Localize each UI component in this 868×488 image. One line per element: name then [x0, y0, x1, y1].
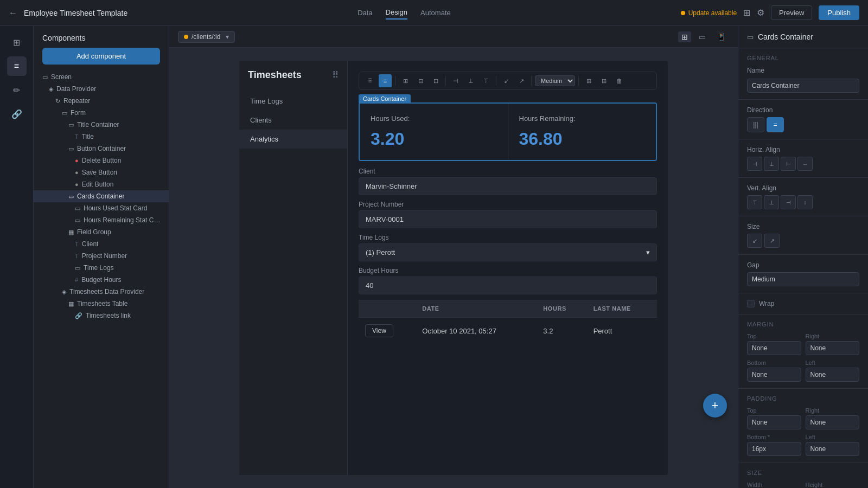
tree-item-screen[interactable]: ▭ Screen [34, 71, 169, 83]
name-input[interactable] [747, 79, 859, 93]
tree-item-field-group[interactable]: ▦ Field Group [34, 226, 169, 238]
back-button[interactable]: ← [9, 8, 17, 18]
device-icons: ⊞ ▭ 📱 [678, 31, 729, 42]
valign-top[interactable]: ⊤ [747, 195, 762, 209]
page-nav-timelogs[interactable]: Time Logs [239, 92, 347, 111]
tree-item-ts-table[interactable]: ▦ Timesheets Table [34, 298, 169, 310]
nav-data[interactable]: Data [358, 7, 372, 19]
toolbar-copy-icon[interactable]: ⊞ [582, 74, 595, 87]
page-menu-icon[interactable]: ⠿ [332, 70, 339, 80]
tree-item-hours-remaining-card[interactable]: ▭ Hours Remaining Stat Card [34, 214, 169, 226]
toolbar-align-tr[interactable]: ⊡ [429, 74, 442, 87]
panel-wrap: Wrap [738, 293, 868, 314]
panel-size-section: SIZE Width Height [738, 463, 868, 488]
padding-top-select[interactable]: None [747, 415, 801, 429]
tree-item-title-container[interactable]: ▭ Title Container [34, 119, 169, 131]
nav-automate[interactable]: Automate [420, 7, 451, 19]
toolbar-list-icon[interactable]: ≡ [379, 74, 392, 87]
tree-item-data-provider[interactable]: ◈ Data Provider [34, 83, 169, 95]
padding-left-select[interactable]: None [806, 442, 860, 456]
budget-input[interactable] [359, 277, 657, 294]
settings-icon[interactable]: ⚙ [757, 8, 764, 18]
wrap-checkbox[interactable] [747, 300, 755, 307]
view-button[interactable]: View [365, 324, 393, 337]
margin-left-select[interactable]: None [806, 368, 860, 382]
topbar-right: Update available ⊞ ⚙ Preview Publish [681, 5, 859, 20]
route-chevron: ▾ [226, 33, 229, 41]
align-stretch-h[interactable]: ↔ [797, 157, 813, 171]
publish-button[interactable]: Publish [819, 5, 859, 20]
align-left[interactable]: ⊣ [747, 157, 762, 171]
tree-item-title[interactable]: T Title [34, 131, 169, 143]
gap-select[interactable]: Medium [747, 272, 859, 286]
padding-bottom-select[interactable]: 16px [747, 442, 801, 456]
toolbar-delete-icon[interactable]: 🗑 [612, 74, 626, 87]
repeater-icon: ↻ [55, 98, 60, 105]
tree-item-project-field[interactable]: T Project Number [34, 250, 169, 262]
project-input[interactable] [359, 210, 657, 228]
add-component-button[interactable]: Add component [42, 48, 160, 65]
nav-design[interactable]: Design [386, 6, 407, 20]
align-center-h[interactable]: ⊥ [764, 157, 779, 171]
tree-item-edit-button[interactable]: ● Edit Button [34, 178, 169, 190]
align-right[interactable]: ⊢ [781, 157, 796, 171]
timelogs-select[interactable]: (1) Perott ▾ [359, 243, 657, 261]
size-shrink[interactable]: ↙ [747, 234, 762, 248]
update-badge: Update available [681, 9, 737, 17]
margin-bottom-select[interactable]: None [747, 368, 801, 382]
toolbar-align-tl[interactable]: ⊞ [399, 74, 412, 87]
tree-item-save-button[interactable]: ● Save Button [34, 166, 169, 178]
dir-vertical[interactable]: ||| [747, 117, 764, 132]
tablet-icon[interactable]: ▭ [695, 31, 709, 42]
margin-right-select[interactable]: None [806, 341, 860, 355]
sidebar-pages-icon[interactable]: ⊞ [7, 33, 27, 52]
valign-stretch[interactable]: ↕ [797, 195, 813, 209]
fab-add-button[interactable]: + [703, 394, 727, 418]
toolbar-align-tc[interactable]: ⊟ [414, 74, 427, 87]
sidebar-link-icon[interactable]: 🔗 [7, 104, 27, 124]
sidebar-style-icon[interactable]: ✏ [7, 80, 27, 100]
margin-top-select[interactable]: None [747, 341, 801, 355]
hours-remaining-icon: ▭ [75, 217, 80, 224]
toolbar-valign-c[interactable]: ⊥ [464, 74, 477, 87]
monitor-icon[interactable]: ⊞ [743, 8, 750, 18]
tree-item-ts-link[interactable]: 🔗 Timesheets link [34, 310, 169, 322]
desktop-icon[interactable]: ⊞ [678, 31, 691, 42]
valign-center[interactable]: ⊥ [764, 195, 779, 209]
size-expand[interactable]: ↗ [764, 234, 780, 248]
toolbar-arrow-1[interactable]: ↙ [500, 74, 513, 87]
name-row: Name [747, 67, 859, 74]
tree-item-hours-used-card[interactable]: ▭ Hours Used Stat Card [34, 202, 169, 214]
tree-item-button-container[interactable]: ▭ Button Container [34, 143, 169, 155]
preview-button[interactable]: Preview [771, 5, 812, 20]
canvas-area: /clients/:id ▾ ⊞ ▭ 📱 Timesheets ⠿ Time L… [169, 26, 738, 488]
mobile-icon[interactable]: 📱 [713, 31, 729, 42]
tree-item-budget-field[interactable]: # Budget Hours [34, 274, 169, 286]
tree-item-repeater[interactable]: ↻ Repeater [34, 95, 169, 107]
client-input[interactable] [359, 177, 657, 195]
tree-item-form[interactable]: ▭ Form [34, 107, 169, 119]
toolbar-arrow-2[interactable]: ↗ [515, 74, 528, 87]
toolbar-paste-icon[interactable]: ⊞ [597, 74, 610, 87]
padding-right-select[interactable]: None [806, 415, 860, 429]
route-pill[interactable]: /clients/:id ▾ [178, 31, 235, 43]
padding-bottom-label: Bottom * [747, 434, 801, 440]
tree-item-client-field[interactable]: T Client [34, 238, 169, 250]
page-nav-clients[interactable]: Clients [239, 111, 347, 130]
tree-item-timelogs-field[interactable]: ▭ Time Logs [34, 262, 169, 274]
valign-bottom[interactable]: ⊣ [781, 195, 796, 209]
padding-grid: Top None Right None Bottom * 16px Left N… [747, 407, 859, 456]
sidebar-components-icon[interactable]: ≡ [7, 56, 27, 76]
tree-item-ts-data-provider[interactable]: ◈ Timesheets Data Provider [34, 286, 169, 298]
tree-item-cards-container[interactable]: ▭ Cards Container [34, 190, 169, 202]
cards-container[interactable]: Hours Used: 3.20 Hours Remaining: 36.80 [359, 102, 657, 161]
dir-horizontal[interactable]: = [767, 117, 784, 132]
toolbar-valign-b[interactable]: ⊤ [480, 74, 493, 87]
padding-right-label: Right [806, 407, 860, 414]
toolbar-grid-icon[interactable]: ⠿ [363, 74, 376, 87]
margin-left: Left None [806, 359, 860, 382]
toolbar-valign-t[interactable]: ⊣ [449, 74, 462, 87]
page-nav-analytics[interactable]: Analytics [239, 130, 347, 149]
toolbar-size-select[interactable]: Medium [535, 75, 575, 86]
tree-item-delete-button[interactable]: ● Delete Button [34, 155, 169, 166]
